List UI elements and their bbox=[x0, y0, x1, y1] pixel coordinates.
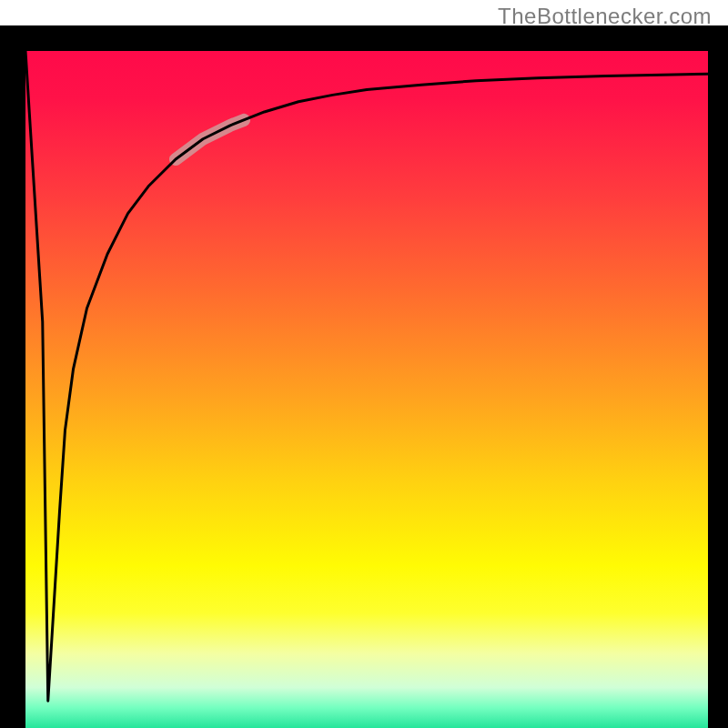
highlight-segment bbox=[176, 120, 244, 159]
watermark-text: TheBottlenecker.com bbox=[498, 4, 712, 29]
bottleneck-curve bbox=[25, 51, 708, 701]
chart-stage: TheBottlenecker.com bbox=[0, 0, 728, 728]
plot-area bbox=[25, 51, 708, 728]
chart-svg bbox=[25, 51, 708, 728]
